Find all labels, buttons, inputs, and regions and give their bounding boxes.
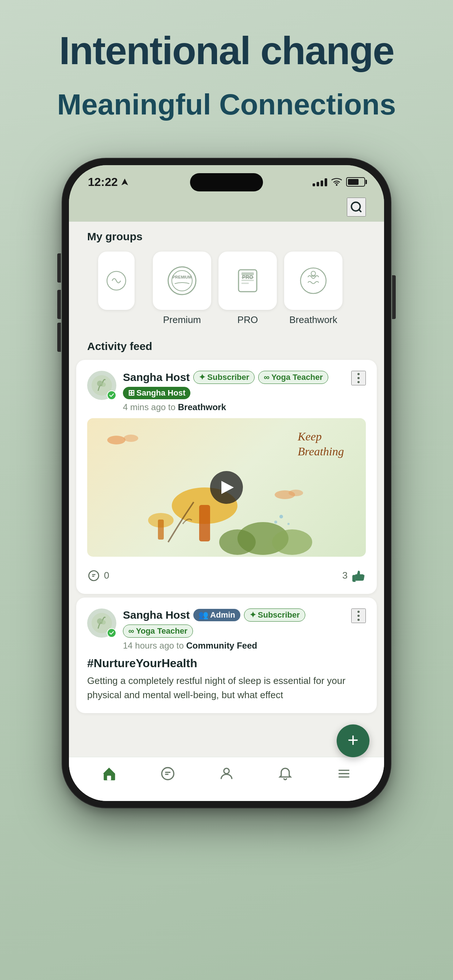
location-arrow-icon <box>121 178 129 186</box>
post-meta-2: 14 hours ago to Community Feed <box>123 641 305 651</box>
more-options-btn-2[interactable] <box>351 608 366 623</box>
video-thumbnail-1[interactable]: Keep Breathing <box>87 418 366 557</box>
avatar-verified-2 <box>107 628 116 638</box>
dynamic-island <box>190 173 263 191</box>
post-title-2: #NurtureYourHealth <box>87 657 366 670</box>
avatar-wrap-1 <box>87 371 116 400</box>
premium-icon: PREMIUM <box>164 262 200 299</box>
menu-icon <box>335 765 353 783</box>
phone-inner-screen: 12:22 <box>69 165 384 801</box>
svg-point-27 <box>287 523 290 525</box>
group-item-breathwork[interactable]: Breathwork <box>284 251 343 326</box>
nav-item-home[interactable] <box>91 765 127 783</box>
phone-content: My groups <box>69 222 384 801</box>
svg-rect-35 <box>107 775 111 780</box>
my-groups-header: My groups <box>69 222 384 249</box>
user-info-1: Sangha Host ✦ Subscriber ∞ Yoga Teacher <box>123 371 328 412</box>
group-item-premium[interactable]: PREMIUM Premium <box>153 251 211 326</box>
groups-scroll[interactable]: PREMIUM Premium <box>69 249 384 333</box>
svg-point-24 <box>272 530 312 555</box>
svg-line-1 <box>359 210 362 212</box>
svg-rect-20 <box>199 505 210 541</box>
profile-icon <box>217 765 236 783</box>
status-time: 12:22 <box>88 175 118 189</box>
group-name-pro: PRO <box>238 314 258 326</box>
partial-group-icon <box>104 268 129 293</box>
svg-rect-22 <box>158 520 164 539</box>
group-card-pro[interactable]: PRO <box>219 251 277 310</box>
fab-button[interactable]: + <box>337 724 370 757</box>
breathwork-icon <box>295 262 332 299</box>
svg-point-0 <box>352 202 360 211</box>
svg-text:PRO: PRO <box>242 274 253 280</box>
feed-actions-1: 0 3 <box>87 563 366 583</box>
hero-title: Intentional change <box>29 29 424 73</box>
messages-icon <box>159 765 177 783</box>
feed-user-row-2: Sangha Host 👥 Admin ✦ Subscriber <box>87 608 366 651</box>
group-item-partial[interactable] <box>87 251 145 326</box>
feed-user-left-2: Sangha Host 👥 Admin ✦ Subscriber <box>87 608 305 651</box>
group-name-premium: Premium <box>163 314 201 326</box>
nav-item-profile[interactable] <box>208 765 245 783</box>
more-options-btn-1[interactable] <box>351 371 366 385</box>
phone-mockup: 12:22 <box>62 159 391 808</box>
badge-subscriber-1: ✦ Subscriber <box>193 371 255 384</box>
post-text-2: Getting a completely restful night of sl… <box>87 674 366 702</box>
user-name-2: Sangha Host <box>123 609 190 621</box>
svg-point-4 <box>172 270 192 291</box>
search-icon <box>350 200 363 214</box>
svg-point-18 <box>124 434 138 442</box>
svg-point-30 <box>289 490 303 496</box>
search-button[interactable] <box>347 197 366 216</box>
badge-yoga-1: ∞ Yoga Teacher <box>258 371 328 384</box>
avatar-verified-1 <box>107 390 116 400</box>
hero-section: Intentional change Meaningful Connection… <box>0 0 453 137</box>
admin-icon-2: 👥 <box>198 610 208 620</box>
fab-plus-icon: + <box>348 730 359 749</box>
status-icons <box>313 177 365 187</box>
nav-item-messages[interactable] <box>150 765 186 783</box>
user-badges-row-1: ⊞ Sangha Host <box>123 387 328 399</box>
nav-item-notifications[interactable] <box>267 765 303 783</box>
subscriber-icon-1: ✦ <box>199 372 205 382</box>
signal-bars-icon <box>313 178 327 186</box>
svg-point-25 <box>219 530 256 555</box>
svg-point-12 <box>301 268 326 293</box>
svg-point-37 <box>224 768 230 774</box>
svg-point-17 <box>107 436 126 444</box>
svg-rect-10 <box>241 283 249 284</box>
group-name-breathwork: Breathwork <box>289 314 337 326</box>
svg-point-16 <box>101 382 106 387</box>
like-btn-1[interactable]: 3 <box>343 568 366 583</box>
user-name-1: Sangha Host <box>123 371 190 383</box>
nav-item-menu[interactable] <box>326 765 362 783</box>
phone-outer-shell: 12:22 <box>62 159 391 808</box>
svg-point-36 <box>162 767 174 780</box>
svg-point-34 <box>101 620 106 625</box>
group-card-breathwork[interactable] <box>284 251 343 310</box>
svg-point-3 <box>168 267 196 294</box>
group-card-premium[interactable]: PREMIUM <box>153 251 211 310</box>
play-button-1[interactable] <box>210 471 243 504</box>
svg-point-28 <box>274 520 277 523</box>
cloud-deco-icon <box>105 431 142 445</box>
badge-host-1: ⊞ Sangha Host <box>123 387 190 399</box>
badge-subscriber-2: ✦ Subscriber <box>244 608 305 622</box>
hero-subtitle: Meaningful Connections <box>29 87 424 122</box>
svg-text:PREMIUM: PREMIUM <box>172 275 191 279</box>
group-item-pro[interactable]: PRO PRO <box>219 251 277 326</box>
badge-yoga-2: ∞ Yoga Teacher <box>123 625 193 638</box>
feed-card-2: Sangha Host 👥 Admin ✦ Subscriber <box>76 598 377 713</box>
notifications-icon <box>276 765 294 783</box>
user-info-2: Sangha Host 👥 Admin ✦ Subscriber <box>123 608 305 651</box>
group-card-partial[interactable] <box>98 251 135 310</box>
feed-user-row-1: Sangha Host ✦ Subscriber ∞ Yoga Teacher <box>87 371 366 412</box>
feed-card-1: Sangha Host ✦ Subscriber ∞ Yoga Teacher <box>76 360 377 594</box>
bottom-nav <box>69 757 384 801</box>
yoga-icon-2: ∞ <box>128 626 134 636</box>
pro-icon: PRO <box>231 264 264 297</box>
badge-admin-2: 👥 Admin <box>193 609 240 621</box>
post-meta-1: 4 mins ago to Breathwork <box>123 402 328 412</box>
comment-btn-1[interactable]: 0 <box>87 569 109 582</box>
user-name-row-1: Sangha Host ✦ Subscriber ∞ Yoga Teacher <box>123 371 328 384</box>
